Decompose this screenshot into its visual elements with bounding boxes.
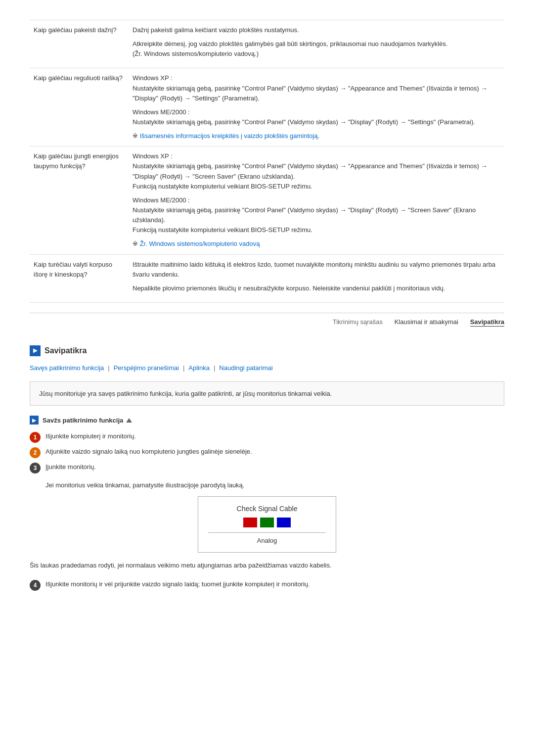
step4-num: 4	[30, 580, 41, 591]
square-green	[260, 518, 274, 527]
signal-title: Check Signal Cable	[208, 505, 326, 513]
step-item: 2Atjunkite vaizdo signalo laiką nuo komp…	[30, 447, 504, 458]
info-box: Jūsų monitoriuje yra savęs patikrinimo f…	[30, 381, 504, 406]
faq-row: Kaip galėčiau pakeisti dažnį?Dažnį pakei…	[30, 20, 504, 68]
signal-label: Analog	[208, 532, 326, 544]
sub-nav-item[interactable]: Aplinka	[188, 364, 210, 372]
section-title: Savipatikra	[44, 346, 87, 355]
info-text: Jūsų monitoriuje yra savęs patikrinimo f…	[39, 390, 332, 397]
faq-question: Kaip galėčiau reguliuoti raišką?	[30, 68, 129, 146]
step-text: Įjunkite monitorių.	[45, 462, 96, 472]
page-wrapper: Kaip galėčiau pakeisti dažnį?Dažnį pakei…	[0, 0, 534, 611]
step4-text: Išjunkite monitorių ir vėl prijunkite va…	[45, 579, 310, 589]
sub-nav: Savęs patikrinimo funkcija | Perspėjimo …	[30, 364, 504, 372]
faq-question: Kaip galėčiau pakeisti dažnį?	[30, 20, 129, 68]
savipatikra-section: ▶ Savipatikra Savęs patikrinimo funkcija…	[30, 345, 504, 591]
nav-item-1[interactable]: Tikrinimų sąrašas	[333, 318, 383, 326]
square-blue	[277, 518, 291, 527]
step-item: 3Įjunkite monitorių.	[30, 462, 504, 473]
signal-squares	[208, 518, 326, 527]
faq-answer: Dažnį pakeisti galima keičiant vaizdo pl…	[129, 20, 504, 68]
faq-note: ※ Išsamesnės informacijos kreipkitės į v…	[133, 131, 500, 141]
sub-nav-item[interactable]: Naudingi patarimai	[219, 364, 272, 372]
step-text: Išjunkite kompiuterį ir monitorių.	[45, 431, 136, 441]
step-number: 2	[30, 447, 41, 458]
faq-row: Kaip turėčiau valyti korpuso išorę ir ki…	[30, 254, 504, 302]
sub-nav-sep: |	[183, 364, 184, 372]
nav-bar: Tikrinimų sąrašas Klausimai ir atsakymai…	[30, 313, 504, 331]
field-note: Šis laukas pradedamas rodyti, jei normal…	[30, 561, 504, 570]
selftest-icon: ▶	[30, 416, 39, 425]
selftest-label: Savžs patikrinimo funkcija	[43, 417, 123, 424]
step3-note: Jei monitorius veikia tinkamai, pamatysi…	[45, 480, 504, 490]
step4-item: 4 Išjunkite monitorių ir vėl prijunkite …	[30, 579, 504, 591]
sub-nav-sep: |	[108, 364, 109, 372]
faq-question: Kaip turėčiau valyti korpuso išorę ir ki…	[30, 254, 129, 302]
faq-note: ※ Žr. Windows sistemos/kompiuterio vadov…	[133, 239, 500, 249]
sub-nav-sep: |	[214, 364, 215, 372]
section-header: ▶ Savipatikra	[30, 345, 504, 356]
faq-row: Kaip galėčiau reguliuoti raišką?Windows …	[30, 68, 504, 146]
faq-answer: Ištraukite maitinimo laido kištuką iš el…	[129, 254, 504, 302]
step-text: Atjunkite vaizdo signalo laiką nuo kompi…	[45, 447, 252, 457]
faq-question: Kaip galėčiau įjungti energijos taupymo …	[30, 146, 129, 254]
square-red	[243, 518, 257, 527]
nav-item-2[interactable]: Klausimai ir atsakymai	[395, 318, 458, 326]
nav-item-3[interactable]: Savipatikra	[470, 318, 504, 327]
faq-answer: Windows XP : Nustatykite skiriamąją gebą…	[129, 146, 504, 254]
faq-row: Kaip galėčiau įjungti energijos taupymo …	[30, 146, 504, 254]
sub-nav-item[interactable]: Savęs patikrinimo funkcija	[30, 364, 104, 372]
triangle-icon	[126, 418, 132, 423]
sub-nav-item[interactable]: Perspėjimo pranešimai	[114, 364, 179, 372]
section-icon: ▶	[30, 345, 41, 356]
steps-list: 1Išjunkite kompiuterį ir monitorių.2Atju…	[30, 431, 504, 473]
faq-answer: Windows XP : Nustatykite skiriamąją gebą…	[129, 68, 504, 146]
step-number: 1	[30, 432, 41, 443]
selftest-header: ▶ Savžs patikrinimo funkcija	[30, 416, 504, 425]
faq-table: Kaip galėčiau pakeisti dažnį?Dažnį pakei…	[30, 20, 504, 303]
step-item: 1Išjunkite kompiuterį ir monitorių.	[30, 431, 504, 443]
step-number: 3	[30, 463, 41, 473]
signal-box: Check Signal Cable Analog	[198, 496, 336, 553]
